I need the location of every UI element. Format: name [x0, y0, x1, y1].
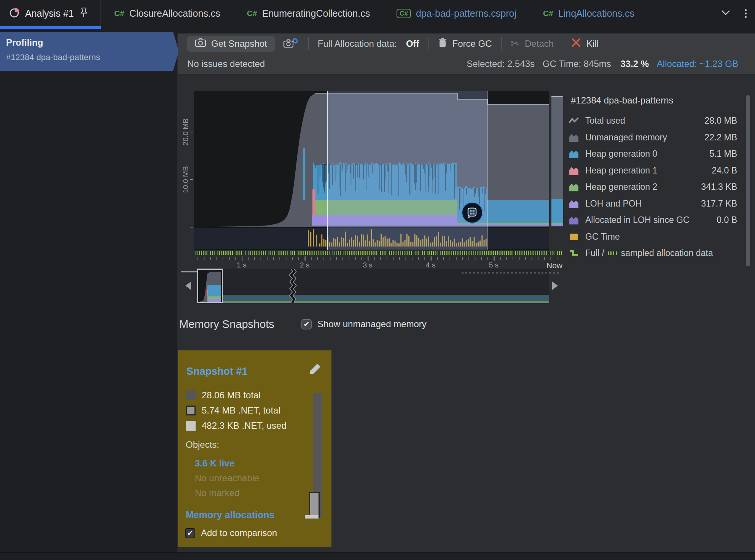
scissors-icon: ✂	[511, 37, 519, 50]
legend-name: Heap generation 0	[585, 149, 657, 159]
x-axis-label-3-s: 3 s	[354, 261, 381, 269]
snapshot-card[interactable]: Snapshot #1 28.06 MB total5.74 MB .NET, …	[178, 350, 331, 547]
legend-item-loh-and-poh: LOH and POH317.7 KB	[569, 197, 739, 211]
legend-value: 341.3 KB	[701, 182, 737, 192]
time-ruler: 1 s2 s3 s4 s5 sNow	[194, 250, 567, 269]
legend-area-icon	[569, 148, 579, 159]
x-axis-label-5-s: 5 s	[480, 261, 507, 269]
snapshot-row-5-74-mb-net-total: 5.74 MB .NET, total	[186, 403, 287, 418]
tab-bar: Analysis #1 C#ClosureAllocations.csC#Enu…	[0, 0, 755, 33]
memory-allocations-link[interactable]: Memory allocations	[186, 509, 274, 520]
legend-item-total-used: Total used28.0 MB	[569, 114, 739, 128]
minimap-scroll-right-arrow[interactable]	[552, 282, 558, 290]
minimap-track[interactable]	[197, 269, 549, 303]
legend-square-icon	[569, 231, 579, 242]
legend-value: 24.0 B	[712, 165, 737, 176]
kill-x-icon	[571, 38, 581, 50]
legend-step-icon	[569, 248, 579, 258]
file-tabs: C#ClosureAllocations.csC#EnumeratingColl…	[101, 0, 648, 27]
legend-area-icon	[569, 165, 579, 176]
show-unmanaged-label[interactable]: Show unmanaged memory	[317, 319, 427, 329]
selected-duration: Selected: 2.543s	[467, 59, 535, 69]
tab-closureallocations-cs[interactable]: C#ClosureAllocations.cs	[101, 0, 234, 27]
minimap-viewport-handle[interactable]	[197, 269, 223, 303]
legend-area-icon	[569, 181, 579, 192]
swatch-mid	[186, 406, 196, 415]
legend-item-allocated-in-loh-since-gc: Allocated in LOH since GC0.0 B	[569, 213, 739, 227]
snapshot-dotnet-used-bar	[305, 515, 319, 519]
minimap-break-mark	[287, 269, 297, 303]
view-snapshot-magnifier-button[interactable]	[461, 202, 483, 224]
x-axis-label-2-s: 2 s	[291, 261, 318, 269]
tab-label: dpa-bad-patterns.csproj	[416, 8, 516, 19]
snapshot-memory-rows: 28.06 MB total5.74 MB .NET, total482.3 K…	[186, 388, 287, 433]
legend-name: Heap generation 2	[585, 182, 657, 192]
csharp-icon: C#	[114, 9, 124, 18]
camera-icon	[195, 38, 206, 50]
pin-icon[interactable]	[79, 7, 89, 20]
window-bottom-strip	[0, 552, 755, 560]
y-axis-label-10: 10.0 MB	[182, 161, 191, 199]
force-gc-button[interactable]: Force GC	[438, 37, 492, 50]
live-objects-link[interactable]: 3.6 K live	[195, 458, 234, 469]
active-tab-underline	[0, 26, 101, 29]
minimap-scroll-left-arrow[interactable]	[185, 282, 191, 290]
profiler-statusbar: No issues detected Selected: 2.543s GC T…	[178, 54, 755, 75]
chevron-down-icon[interactable]	[721, 9, 730, 18]
allocated-link[interactable]: Allocated: ~1.23 GB	[657, 59, 738, 69]
legend-name: Allocated in LOH since GC	[585, 215, 690, 225]
toolbar-separator	[308, 37, 309, 50]
legend-area-icon	[569, 132, 579, 143]
legend-line-icon	[569, 115, 579, 126]
legend-item-unmanaged-memory: Unmanaged memory22.2 MB	[569, 131, 739, 145]
tab-enumeratingcollection-cs[interactable]: C#EnumeratingCollection.cs	[234, 0, 383, 27]
add-to-comparison-label[interactable]: Add to comparison	[201, 528, 277, 538]
legend-value: 0.0 B	[717, 215, 737, 225]
kill-button[interactable]: Kill	[571, 38, 599, 50]
edit-pencil-icon[interactable]	[308, 363, 322, 376]
tab-dpa-bad-patterns-csproj[interactable]: C#dpa-bad-patterns.csproj	[383, 0, 530, 27]
show-unmanaged-checkbox[interactable]: ✔	[301, 319, 312, 329]
time-selection-overlay[interactable]	[327, 91, 487, 250]
csproj-icon: C#	[397, 9, 411, 18]
detach-button[interactable]: ✂ Detach	[511, 37, 554, 50]
tab-linqallocations-cs[interactable]: C#LinqAllocations.cs	[530, 0, 648, 27]
snapshot-settings-button[interactable]	[283, 37, 299, 50]
heap-gen1-spike	[312, 189, 315, 215]
legend-name-prefix: Full /	[585, 248, 604, 258]
marked-label: No marked	[195, 488, 239, 498]
gc-percent: 33.2 %	[620, 59, 649, 69]
sidebar-session-item[interactable]: Profiling #12384 dpa-bad-patterns	[0, 32, 179, 71]
issues-status: No issues detected	[187, 59, 265, 69]
session-title: Profiling	[6, 37, 43, 48]
legend-item-gc-time: GC Time	[569, 230, 739, 244]
profiler-window: Analysis #1 C#ClosureAllocations.csC#Enu…	[0, 0, 755, 560]
kebab-menu-icon[interactable]	[745, 8, 747, 19]
get-snapshot-label: Get Snapshot	[211, 38, 267, 49]
legend-value: 317.7 KB	[701, 199, 737, 209]
get-snapshot-button[interactable]: Get Snapshot	[187, 36, 275, 52]
kill-label: Kill	[586, 38, 599, 49]
content-area: 20.0 MB 10.0 MB	[178, 75, 755, 560]
force-gc-label: Force GC	[452, 38, 492, 49]
gc-time-status: GC Time: 845ms	[543, 59, 611, 69]
profiler-toolbar: Get Snapshot Full A	[178, 33, 755, 54]
y-tick	[190, 179, 193, 180]
timeline-minimap[interactable]	[180, 269, 561, 303]
tab-analysis[interactable]: Analysis #1	[0, 0, 101, 27]
toolbar-separator	[428, 37, 429, 50]
snapshot-row-label: 28.06 MB total	[202, 390, 261, 401]
full-allocation-toggle[interactable]: Full Allocation data:Off	[318, 38, 419, 49]
legend-name: Heap generation 1	[585, 165, 657, 176]
memory-snapshots-heading: Memory Snapshots	[179, 318, 274, 331]
snapshot-title: Snapshot #1	[186, 366, 248, 377]
chart-legend: #12384 dpa-bad-patterns Total used28.0 M…	[569, 94, 739, 265]
add-to-comparison-checkbox[interactable]: ✔	[185, 528, 195, 538]
legend-scrollbar[interactable]	[746, 95, 750, 266]
x-axis-label-4-s: 4 s	[417, 261, 444, 269]
snapshot-dotnet-total-bar	[309, 492, 320, 518]
legend-name: Total used	[585, 116, 625, 126]
legend-value: 22.2 MB	[704, 132, 737, 143]
snapshot-row-label: 5.74 MB .NET, total	[202, 405, 280, 416]
session-subtitle: #12384 dpa-bad-patterns	[6, 52, 100, 62]
